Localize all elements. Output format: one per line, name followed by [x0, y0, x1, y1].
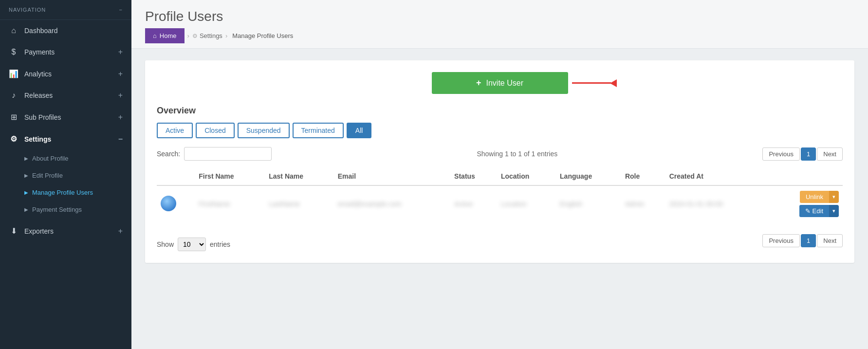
top-pagination: Previous 1 Next: [762, 147, 843, 161]
unlink-button[interactable]: Unlink: [800, 191, 829, 203]
col-created-at: Created At: [665, 167, 766, 185]
sidebar-item-settings[interactable]: ⚙ Settings −: [0, 128, 131, 150]
invite-arrow-indicator: [572, 79, 617, 87]
unlink-dropdown[interactable]: ▾: [829, 191, 839, 203]
payments-expand-icon[interactable]: +: [118, 48, 123, 56]
prev-page-button-bottom[interactable]: Previous: [762, 234, 800, 247]
edit-button[interactable]: ✎ Edit: [799, 205, 829, 217]
table-header-row: First Name Last Name Email Status Locati…: [157, 167, 843, 185]
manage-users-label: Manage Profile Users: [32, 189, 93, 196]
exporters-icon: ⬇: [9, 226, 18, 236]
settings-collapse-icon[interactable]: −: [118, 135, 123, 144]
edit-profile-arrow: ▶: [24, 173, 28, 178]
prev-page-button-top[interactable]: Previous: [762, 147, 800, 161]
nav-header: NAVIGATION −: [0, 0, 131, 20]
breadcrumb-settings-icon: ⚙: [192, 33, 198, 39]
settings-icon: ⚙: [9, 134, 18, 144]
filter-active[interactable]: Active: [157, 123, 193, 138]
status-cell: Active: [450, 185, 497, 222]
arrow-line: [572, 82, 611, 84]
users-table: First Name Last Name Email Status Locati…: [157, 167, 843, 222]
sidebar-sub-manage-profile-users[interactable]: ▶ Manage Profile Users: [0, 184, 131, 201]
search-info-row: Search: Showing 1 to 1 of 1 entries Prev…: [157, 147, 843, 161]
invite-button-label: Invite User: [486, 79, 523, 88]
sidebar-label-analytics: Analytics: [24, 70, 52, 78]
status-value: Active: [454, 200, 473, 208]
actions-cell: Unlink ▾ ✎ Edit ▾: [766, 185, 843, 222]
arrow-head: [610, 79, 617, 87]
sidebar-item-analytics[interactable]: 📊 Analytics +: [0, 63, 131, 85]
bottom-pagination: Previous 1 Next: [762, 234, 843, 247]
edit-dropdown[interactable]: ▾: [829, 205, 839, 217]
col-location: Location: [497, 167, 556, 185]
exporters-expand-icon[interactable]: +: [118, 227, 123, 236]
search-input[interactable]: [184, 147, 272, 161]
sidebar-label-payments: Payments: [24, 48, 55, 56]
sidebar-label-releases: Releases: [24, 92, 53, 99]
analytics-expand-icon[interactable]: +: [118, 70, 123, 78]
role-cell: Admin: [621, 185, 665, 222]
filter-closed[interactable]: Closed: [196, 123, 235, 138]
show-select[interactable]: 10 25 50 100: [178, 238, 206, 251]
first-name-cell: FirstName: [195, 185, 265, 222]
role-value: Admin: [625, 200, 645, 208]
filter-all[interactable]: All: [347, 123, 372, 138]
entries-label: entries: [210, 240, 230, 248]
sidebar-sub-payment-settings[interactable]: ▶ Payment Settings: [0, 201, 131, 218]
sidebar-label-sub-profiles: Sub Profiles: [24, 113, 61, 121]
action-group: Unlink ▾ ✎ Edit ▾: [770, 191, 839, 217]
breadcrumb-settings[interactable]: ⚙ Settings: [192, 32, 222, 39]
invite-user-button[interactable]: + Invite User: [432, 72, 568, 94]
home-breadcrumb-icon: ⌂: [153, 32, 157, 39]
email-value: email@example.com: [338, 200, 402, 208]
col-role: Role: [621, 167, 665, 185]
col-first-name: First Name: [195, 167, 265, 185]
created-at-cell: 2024-01-01 00:00: [665, 185, 766, 222]
filter-terminated[interactable]: Terminated: [293, 123, 344, 138]
col-status: Status: [450, 167, 497, 185]
sidebar-item-dashboard[interactable]: ⌂ Dashboard: [0, 20, 131, 41]
location-cell: Location: [497, 185, 556, 222]
content-area: + Invite User Overview Active Closed Sus…: [131, 49, 868, 349]
sidebar-item-payments[interactable]: $ Payments +: [0, 41, 131, 63]
first-name-value: FirstName: [199, 200, 230, 208]
sub-profiles-expand-icon[interactable]: +: [118, 113, 123, 122]
sidebar-item-exporters[interactable]: ⬇ Exporters +: [0, 220, 131, 242]
avatar: [161, 196, 176, 211]
location-value: Location: [501, 200, 527, 208]
next-page-button-bottom[interactable]: Next: [817, 234, 843, 247]
sidebar-label-dashboard: Dashboard: [24, 27, 58, 35]
about-profile-arrow: ▶: [24, 156, 28, 161]
filter-suspended[interactable]: Suspended: [238, 123, 290, 138]
edit-profile-label: Edit Profile: [32, 172, 63, 179]
col-avatar: [157, 167, 195, 185]
sidebar-sub-about-profile[interactable]: ▶ About Profile: [0, 150, 131, 167]
edit-btn-group: ✎ Edit ▾: [799, 205, 839, 217]
manage-users-arrow: ▶: [24, 190, 28, 195]
search-label: Search:: [157, 150, 180, 158]
current-page-top: 1: [801, 147, 816, 161]
sidebar: NAVIGATION − ⌂ Dashboard $ Payments + 📊 …: [0, 0, 131, 349]
releases-expand-icon[interactable]: +: [118, 91, 123, 100]
col-actions: [766, 167, 843, 185]
main-card: + Invite User Overview Active Closed Sus…: [145, 60, 854, 263]
sidebar-sub-edit-profile[interactable]: ▶ Edit Profile: [0, 167, 131, 184]
nav-collapse-icon[interactable]: −: [119, 7, 123, 13]
last-name-value: LastName: [269, 200, 300, 208]
breadcrumb-home[interactable]: ⌂ Home: [145, 28, 185, 43]
breadcrumb-settings-label: Settings: [200, 32, 222, 39]
breadcrumb-home-label: Home: [160, 32, 177, 39]
filter-row: Active Closed Suspended Terminated All: [157, 123, 843, 138]
nav-header-label: NAVIGATION: [9, 7, 46, 13]
unlink-btn-group: Unlink ▾: [800, 191, 839, 203]
next-page-button-top[interactable]: Next: [817, 147, 843, 161]
payment-settings-label: Payment Settings: [32, 206, 82, 213]
sidebar-item-sub-profiles[interactable]: ⊞ Sub Profiles +: [0, 106, 131, 128]
overview-title: Overview: [157, 106, 843, 116]
created-at-value: 2024-01-01 00:00: [669, 200, 723, 208]
breadcrumb-current: Manage Profile Users: [232, 32, 293, 39]
last-name-cell: LastName: [265, 185, 333, 222]
sidebar-item-releases[interactable]: ♪ Releases +: [0, 85, 131, 106]
sidebar-label-exporters: Exporters: [24, 227, 54, 235]
breadcrumb-sep-2: ›: [225, 32, 227, 39]
